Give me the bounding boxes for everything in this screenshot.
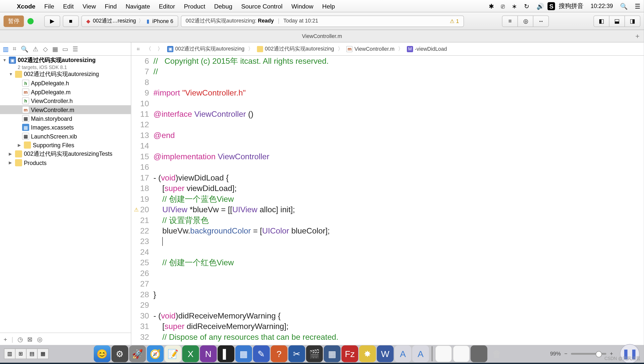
dock-app-3[interactable]: ?: [271, 346, 288, 362]
dock-terminal[interactable]: ▌: [218, 346, 234, 362]
toggle-navigator-button[interactable]: ◧: [594, 15, 610, 27]
screen-icon[interactable]: ⎚: [498, 2, 508, 10]
menu-view[interactable]: View: [78, 2, 100, 10]
notifications-icon[interactable]: ☰: [631, 2, 644, 10]
zoom-slider[interactable]: [571, 353, 606, 355]
version-editor-button[interactable]: ↔: [533, 15, 549, 27]
forward-button[interactable]: 〉: [156, 45, 164, 52]
jump-project[interactable]: ▣002通过代码实现autoresizing: [167, 45, 244, 52]
dock-xcode-2[interactable]: A: [412, 346, 429, 362]
test-navigator-icon[interactable]: ◇: [43, 45, 48, 52]
zoom-out-button[interactable]: −: [564, 351, 567, 357]
tree-group-main[interactable]: ▼ 002通过代码实现autoresizing: [0, 70, 131, 79]
navigator-selector: ▥ ⌗ 🔍 ⚠ ◇ ▦ ▭ ☰: [0, 42, 131, 56]
project-navigator-icon[interactable]: ▥: [3, 45, 8, 52]
pause-button[interactable]: 暂停: [4, 15, 24, 27]
report-navigator-icon[interactable]: ☰: [72, 45, 78, 52]
dock-app-1[interactable]: ▦: [235, 346, 252, 362]
dock-app-2[interactable]: ✎: [253, 346, 270, 362]
standard-editor-button[interactable]: ≡: [502, 15, 518, 27]
symbol-navigator-icon[interactable]: ⌗: [13, 45, 16, 52]
menu-navigate[interactable]: Navigate: [121, 2, 154, 10]
tree-file-viewcontroller-h[interactable]: hViewController.h: [0, 96, 131, 105]
tree-file-viewcontroller-m[interactable]: mViewController.m: [0, 105, 131, 114]
source-text[interactable]: // Copyright (c) 2015年 itcast. All right…: [154, 56, 644, 345]
traffic-zoom[interactable]: [28, 18, 34, 24]
menu-editor[interactable]: Editor: [154, 2, 180, 10]
tree-group-products[interactable]: ▶Products: [0, 158, 131, 167]
menu-debug[interactable]: Debug: [210, 2, 237, 10]
dock-app-4[interactable]: ✂: [288, 346, 305, 362]
dock-app-5[interactable]: 🎬: [306, 346, 323, 362]
vt-2[interactable]: ⊞: [15, 348, 26, 359]
new-tab-button[interactable]: +: [635, 32, 640, 40]
spotlight-icon[interactable]: 🔍: [616, 2, 631, 10]
menu-find[interactable]: Find: [100, 2, 121, 10]
dock-onenote[interactable]: N: [200, 346, 217, 362]
find-navigator-icon[interactable]: 🔍: [21, 45, 28, 52]
warning-indicator[interactable]: ⚠ 1: [450, 18, 459, 24]
dock-filezilla[interactable]: Fz: [342, 346, 358, 362]
dock-doc-2[interactable]: [453, 346, 470, 362]
tree-file-appdelegate-h[interactable]: hAppDelegate.h: [0, 79, 131, 88]
jump-group[interactable]: 002通过代码实现autoresizing: [257, 45, 334, 52]
tree-file-images-xcassets[interactable]: ▦Images.xcassets: [0, 123, 131, 132]
tree-file-appdelegate-m[interactable]: mAppDelegate.m: [0, 88, 131, 96]
project-icon: ▣: [167, 46, 174, 52]
dock-xcode-1[interactable]: A: [394, 346, 411, 362]
tab-current[interactable]: ViewController.m: [302, 33, 342, 39]
ime-label[interactable]: 搜狗拼音: [555, 2, 587, 10]
source-editor[interactable]: 6789101112131415161718192021222324252627…: [131, 56, 644, 345]
add-button[interactable]: +: [4, 336, 7, 342]
issue-navigator-icon[interactable]: ⚠: [33, 45, 38, 52]
app-menu[interactable]: Xcode: [12, 2, 40, 10]
dock-launchpad[interactable]: 🚀: [129, 346, 146, 362]
jump-method[interactable]: M-viewDidLoad: [407, 46, 447, 52]
jump-file[interactable]: mViewController.m: [346, 46, 394, 52]
clock[interactable]: 10:22:39: [587, 3, 616, 10]
scm-filter-icon[interactable]: ⊠: [27, 336, 32, 342]
breakpoint-navigator-icon[interactable]: ▭: [62, 45, 68, 52]
menu-product[interactable]: Product: [180, 2, 210, 10]
dock-finder[interactable]: 😊: [94, 346, 110, 362]
assistant-editor-button[interactable]: ◎: [518, 15, 534, 27]
dock-word[interactable]: W: [377, 346, 394, 362]
vt-3[interactable]: ▤: [26, 348, 38, 359]
menu-help[interactable]: Help: [318, 2, 339, 10]
dock-doc-1[interactable]: [435, 346, 452, 362]
dock-notes[interactable]: 📝: [164, 346, 181, 362]
bluetooth-icon[interactable]: ∗: [508, 2, 521, 10]
filter-field[interactable]: ◎: [37, 336, 42, 342]
scheme-selector[interactable]: ◆ 002通过…resizing 〉 ▮ iPhone 6: [81, 15, 178, 27]
dock-app-6[interactable]: ▦: [324, 346, 340, 362]
dock-excel[interactable]: X: [182, 346, 199, 362]
toggle-debug-button[interactable]: ⬓: [609, 15, 625, 27]
stop-button[interactable]: ■: [63, 15, 79, 27]
back-button[interactable]: 〈: [144, 45, 153, 52]
tree-file-main-storyboard[interactable]: ▦Main.storyboard: [0, 114, 131, 123]
tree-file-launchscreen-xib[interactable]: ▦LaunchScreen.xib: [0, 132, 131, 140]
menu-window[interactable]: Window: [287, 2, 318, 10]
dock-doc-3[interactable]: [470, 346, 487, 362]
timemachine-icon[interactable]: ↻: [520, 2, 533, 10]
menu-file[interactable]: File: [40, 2, 58, 10]
tree-project-row[interactable]: ▼▣ 002通过代码实现autoresizing: [0, 56, 131, 64]
volume-icon[interactable]: 🔊: [533, 2, 548, 10]
tree-group-supporting[interactable]: ▶Supporting Files: [0, 141, 131, 150]
dock-trash[interactable]: 🗑: [488, 346, 505, 362]
menu-source-control[interactable]: Source Control: [237, 2, 287, 10]
vt-4[interactable]: ▦: [37, 348, 49, 359]
sogou-icon[interactable]: S: [548, 2, 555, 10]
menu-edit[interactable]: Edit: [59, 2, 78, 10]
tree-group-tests[interactable]: ▶002通过代码实现autoresizingTests: [0, 150, 131, 158]
vt-1[interactable]: ▥: [4, 348, 16, 359]
related-items-button[interactable]: ⌗: [135, 46, 142, 52]
dock-settings[interactable]: ⚙: [112, 346, 128, 362]
toggle-utilities-button[interactable]: ◨: [624, 15, 640, 27]
sync-icon[interactable]: ✱: [485, 2, 498, 10]
debug-navigator-icon[interactable]: ▦: [52, 45, 58, 52]
recent-filter-icon[interactable]: ◷: [18, 336, 23, 342]
dock-app-7[interactable]: ✸: [359, 346, 376, 362]
run-button[interactable]: ▶: [44, 15, 60, 27]
dock-safari[interactable]: 🧭: [147, 346, 164, 362]
